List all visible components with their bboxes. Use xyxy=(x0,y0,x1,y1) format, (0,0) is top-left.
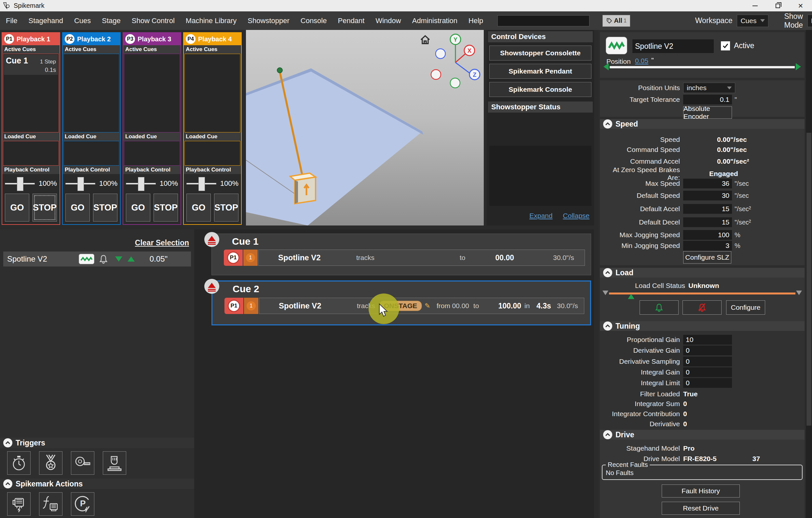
home-icon[interactable] xyxy=(421,36,429,44)
tuning-section-header[interactable]: Tuning xyxy=(600,321,805,331)
slider-right-arrow-icon[interactable] xyxy=(796,63,801,70)
button-press-trigger-button[interactable] xyxy=(103,451,126,475)
menu-administration[interactable]: Administration xyxy=(412,17,457,25)
menu-console[interactable]: Console xyxy=(300,17,327,25)
collapse-chevron-icon[interactable] xyxy=(603,321,612,330)
motor-action-button[interactable] xyxy=(7,492,31,516)
derivative-gain-input[interactable] xyxy=(683,346,732,355)
loaded-cue-list[interactable] xyxy=(63,141,119,166)
eject-cue-icon[interactable] xyxy=(204,279,219,294)
active-cue-item[interactable]: Cue 1 1 Step 0.1s xyxy=(4,55,58,75)
cue-movement-row[interactable]: Spotline V2 tracks to 00.00 30.0"/s xyxy=(258,250,585,266)
absolute-encoder-button[interactable]: Absolute Encoder xyxy=(683,106,732,119)
clear-selection-link[interactable]: Clear Selection xyxy=(135,238,189,247)
encoder-signal-icon[interactable] xyxy=(606,37,627,54)
menu-file[interactable]: File xyxy=(6,17,17,25)
drive-section-header[interactable]: Drive xyxy=(600,430,805,439)
machine-list-item[interactable]: Spotline V2 0.05" xyxy=(3,252,191,266)
cue-movement-row[interactable]: Spotline V2 tracks ONSTAGE ✎ from 00.00 … xyxy=(259,298,584,314)
default-decel-input[interactable] xyxy=(683,218,732,227)
movement-speed[interactable]: 30.0"/s xyxy=(553,254,574,262)
menu-show-control[interactable]: Show Control xyxy=(132,17,175,25)
speed-section-header[interactable]: Speed xyxy=(600,119,805,129)
alarm-mute-button[interactable] xyxy=(683,300,722,315)
menu-window[interactable]: Window xyxy=(375,17,401,25)
machine-name-input[interactable] xyxy=(632,39,714,53)
load-configure-button[interactable]: Configure xyxy=(726,300,765,315)
go-button[interactable]: GO xyxy=(186,194,211,222)
integral-limit-input[interactable] xyxy=(683,378,732,388)
collapse-chevron-icon[interactable] xyxy=(603,268,612,277)
collapse-link[interactable]: Collapse xyxy=(563,212,589,219)
menu-machine-library[interactable]: Machine Library xyxy=(186,17,237,25)
target-position[interactable]: 00.00 xyxy=(483,254,514,262)
speed-slider[interactable] xyxy=(126,183,156,184)
tag-filter-button[interactable]: All 1 xyxy=(603,15,630,27)
collapse-chevron-icon[interactable] xyxy=(603,430,612,439)
min-jog-input[interactable] xyxy=(683,241,732,251)
loaded-cue-list[interactable] xyxy=(3,141,59,166)
showstopper-consolette-button[interactable]: Showstopper Consolette xyxy=(489,46,591,60)
go-button[interactable]: GO xyxy=(65,194,90,222)
cue-card-1[interactable]: Cue 1 P1 1 Spotline V2 tracks to 00.00 3… xyxy=(211,234,591,275)
movement-speed[interactable]: 30.0"/s xyxy=(557,302,578,310)
playback-assign-badge[interactable]: P1 xyxy=(225,298,243,314)
stop-button[interactable]: STOP xyxy=(153,194,178,222)
position-units-select[interactable]: inches xyxy=(683,83,735,93)
bell-icon[interactable] xyxy=(99,254,108,264)
restore-button[interactable] xyxy=(766,0,789,11)
minimize-button[interactable] xyxy=(744,0,766,11)
max-jog-input[interactable] xyxy=(683,230,732,240)
stop-button[interactable]: STOP xyxy=(93,194,117,222)
scrollbar-thumb[interactable] xyxy=(807,133,811,426)
speed-slider[interactable] xyxy=(186,183,216,184)
position-value-link[interactable]: 0.05 xyxy=(635,57,648,65)
position-slider[interactable] xyxy=(610,66,795,68)
target-position[interactable]: 100.00 xyxy=(490,301,521,310)
integral-gain-input[interactable] xyxy=(683,367,732,377)
slider-left-arrow-icon[interactable] xyxy=(604,63,609,70)
encoder-signal-icon[interactable] xyxy=(79,254,94,264)
menu-help[interactable]: Help xyxy=(468,17,483,25)
proportional-gain-input[interactable] xyxy=(683,335,732,345)
configure-slz-button[interactable]: Configure SLZ xyxy=(683,251,731,264)
close-button[interactable]: ✕ xyxy=(789,0,812,11)
load-section-header[interactable]: Load xyxy=(600,268,805,278)
menu-stage[interactable]: Stage xyxy=(102,17,121,25)
collapse-chevron-icon[interactable] xyxy=(603,119,612,128)
fault-history-button[interactable]: Fault History xyxy=(662,485,740,497)
function-action-button[interactable] xyxy=(39,492,62,516)
expand-link[interactable]: Expand xyxy=(529,212,552,219)
active-cues-list[interactable] xyxy=(124,54,180,133)
collapse-chevron-icon[interactable] xyxy=(3,438,12,448)
jog-down-icon[interactable] xyxy=(115,256,122,262)
active-checkbox[interactable] xyxy=(721,41,730,51)
go-button[interactable]: GO xyxy=(126,194,150,222)
derivative-sampling-input[interactable] xyxy=(683,356,732,366)
load-slider-left-arrow-icon[interactable] xyxy=(603,291,608,295)
default-accel-input[interactable] xyxy=(683,204,732,214)
workspace-select[interactable]: Cues xyxy=(737,15,768,27)
axis-gizmo[interactable]: Y X Z xyxy=(431,34,480,88)
playback-action-button[interactable]: P xyxy=(71,492,94,516)
vertical-scrollbar[interactable] xyxy=(806,30,812,518)
menu-showstopper[interactable]: Showstopper xyxy=(248,17,289,25)
jog-up-icon[interactable] xyxy=(127,256,135,262)
spikemark-pendant-button[interactable]: Spikemark Pendant xyxy=(489,64,591,79)
show-mode-select[interactable]: Live xyxy=(807,15,812,27)
stage-3d-viewport[interactable]: Y X Z xyxy=(246,30,484,226)
playback-assign-badge[interactable]: P1 xyxy=(224,250,243,266)
slider-handle[interactable] xyxy=(138,177,144,191)
from-position[interactable]: 00.00 xyxy=(441,302,469,310)
spikemark-actions-header[interactable]: Spikemark Actions xyxy=(0,479,194,489)
load-slider[interactable] xyxy=(609,292,795,294)
eject-cue-icon[interactable] xyxy=(204,232,219,247)
menu-pendant[interactable]: Pendant xyxy=(338,17,365,25)
load-slider-right-arrow-icon[interactable] xyxy=(796,291,802,295)
stop-button[interactable]: STOP xyxy=(32,194,57,222)
position-trigger-button[interactable] xyxy=(71,451,94,475)
cue-complete-trigger-button[interactable] xyxy=(39,451,62,475)
reset-drive-button[interactable]: Reset Drive xyxy=(662,502,740,515)
active-cues-list[interactable]: Cue 1 1 Step 0.1s xyxy=(3,54,59,133)
max-speed-input[interactable] xyxy=(683,179,732,189)
